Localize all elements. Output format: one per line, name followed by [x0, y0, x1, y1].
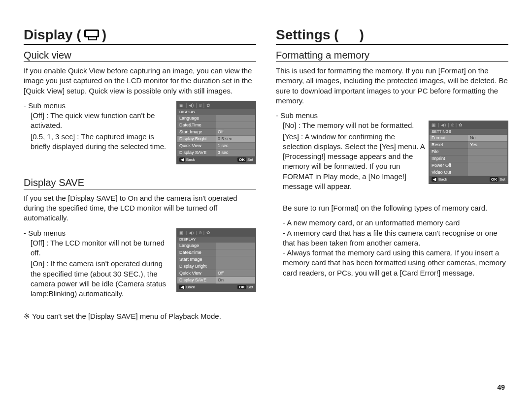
menu-row: Language — [177, 243, 255, 249]
menu-row: Display SAVEOn — [177, 277, 255, 284]
ss3-footer: ◀Back OKSet — [430, 176, 507, 183]
ss-back: Back — [186, 157, 195, 162]
menu-row: Date&Time — [177, 122, 255, 129]
qv-def-off: [Off] : The quick view function can't be… — [31, 111, 172, 131]
menu-row: Imprint — [430, 155, 507, 162]
menu-row: Display Bright — [177, 263, 255, 270]
format-bullet-1: - A new memory card, or an unformatted m… — [276, 218, 508, 228]
display-tab-icon: ⎚ — [451, 123, 454, 127]
fmt-yes-term: [Yes] — [283, 132, 299, 141]
ss2-ok: OK — [237, 285, 246, 289]
camera-icon: ▣ — [179, 231, 184, 235]
menu-row: Video Out — [430, 169, 507, 176]
fmt-no-desc: : The memory will not be formatted. — [299, 121, 414, 129]
display-heading: Display ( ) — [24, 27, 256, 45]
ss3-set: Set — [499, 177, 505, 182]
display-title-close: ) — [102, 27, 106, 43]
format-para: This is used for formatting the memory. … — [276, 66, 508, 106]
display-save-heading: Display SAVE — [24, 177, 256, 189]
left-column: Display ( ) Quick view If you enable Qui… — [24, 27, 256, 391]
display-tab-icon: ⎚ — [199, 103, 201, 108]
menu-row: Quick ViewOff — [177, 270, 255, 277]
format-after-para: Be sure to run [Format] on the following… — [276, 203, 508, 213]
fmt-def-no: [No] : The memory will not be formatted. — [283, 121, 425, 130]
settings-tab-icon: ✿ — [206, 103, 210, 108]
ss-tab-bar: ▣| ◀)| ⎚| ✿ — [177, 102, 255, 109]
ds-def-off: [Off] : The LCD monitor will not be turn… — [31, 238, 172, 258]
ss2-footer: ◀Back OKSet — [177, 284, 255, 291]
ss3-tab-bar: ▣| ◀)| ⎚| ✿ — [430, 122, 507, 129]
menu-row: Display Bright0.5 sec — [177, 136, 255, 143]
qv-def-time: [0.5, 1, 3 sec] : The captured image is … — [31, 132, 172, 152]
fmt-submenus-label: - Sub menus — [276, 111, 508, 121]
right-column: Settings ( ) Formatting a memory This is… — [276, 27, 508, 391]
ds-on-desc: : If the camera isn't operated during th… — [31, 259, 166, 298]
fmt-def-yes: [Yes] : A window for conﬁrming the selec… — [283, 132, 425, 192]
ss-set: Set — [247, 157, 253, 162]
quick-view-heading: Quick view — [24, 50, 256, 62]
ss2-tab-bar: ▣| ◀)| ⎚| ✿ — [177, 229, 255, 237]
settings-tab-icon: ✿ — [206, 231, 210, 235]
ss-header: DISPLAY — [177, 109, 255, 115]
ss-footer: ◀Back OKSet — [177, 156, 255, 163]
sound-icon: ◀) — [441, 123, 446, 127]
qv-submenus-label: - Sub menus — [24, 101, 172, 111]
fmt-yes-desc: : A window for conﬁrming the selection d… — [283, 132, 425, 190]
menu-row: Display SAVE3 sec — [177, 150, 255, 156]
display-save-note: ※ You can't set the [Display SAVE] menu … — [24, 311, 256, 321]
sound-icon: ◀) — [189, 231, 194, 235]
ss2-set: Set — [247, 285, 253, 289]
qv-off-desc: : The quick view function can't be activ… — [31, 111, 155, 129]
monitor-icon — [84, 30, 99, 40]
settings-tab-icon: ✿ — [459, 123, 463, 127]
menu-row: FormatNo — [430, 135, 507, 142]
ss2-back: Back — [186, 285, 195, 289]
camera-icon: ▣ — [432, 123, 436, 127]
menu-row: File — [430, 149, 507, 155]
quick-view-screenshot: ▣| ◀)| ⎚| ✿ DISPLAY LanguageDate&TimeSta… — [176, 101, 256, 164]
quick-view-para: If you enable Quick View before capturin… — [24, 66, 256, 96]
menu-row: Language — [177, 115, 255, 122]
qv-off-term: [Off] — [31, 111, 44, 120]
format-heading: Formatting a memory — [276, 50, 508, 62]
ds-off-desc: : The LCD monitor will not be turned off… — [31, 239, 165, 257]
ss3-ok: OK — [490, 177, 499, 182]
menu-row: Start ImageOff — [177, 129, 255, 136]
camera-icon: ▣ — [179, 103, 184, 108]
display-title-text: Display ( — [24, 27, 81, 43]
ds-submenus-label: - Sub menus — [24, 228, 172, 238]
ds-off-term: [Off] — [31, 239, 44, 247]
ds-on-term: [On] — [31, 259, 44, 268]
sound-icon: ◀) — [189, 103, 194, 108]
menu-row: ResetYes — [430, 142, 507, 149]
settings-title-close: ) — [360, 27, 364, 43]
display-save-screenshot: ▣| ◀)| ⎚| ✿ DISPLAY LanguageDate&TimeSta… — [176, 228, 256, 292]
ss3-header: SETTINGS — [430, 129, 507, 135]
format-bullet-2: - A memory card that has a ﬁle this came… — [276, 228, 508, 248]
menu-row: Date&Time — [177, 249, 255, 256]
fmt-no-term: [No] — [283, 121, 297, 129]
ss2-header: DISPLAY — [177, 237, 255, 243]
settings-heading: Settings ( ) — [276, 27, 508, 45]
format-screenshot: ▣| ◀)| ⎚| ✿ SETTINGS FormatNoResetYesFil… — [429, 121, 508, 184]
ss-ok: OK — [237, 157, 246, 162]
display-save-para: If you set the [Display SAVE] to On and … — [24, 193, 256, 223]
ss3-back: Back — [438, 177, 447, 182]
menu-row: Quick View1 sec — [177, 143, 255, 150]
settings-title-text: Settings ( — [276, 27, 339, 43]
format-bullet-3: - Always format the memory card using th… — [276, 248, 508, 278]
menu-row: Start Image — [177, 256, 255, 263]
menu-row: Power Off — [430, 162, 507, 169]
qv-time-term: [0.5, 1, 3 sec] — [31, 132, 75, 141]
page-number: 49 — [497, 383, 505, 391]
display-tab-icon: ⎚ — [199, 231, 201, 235]
ds-def-on: [On] : If the camera isn't operated duri… — [31, 259, 172, 299]
